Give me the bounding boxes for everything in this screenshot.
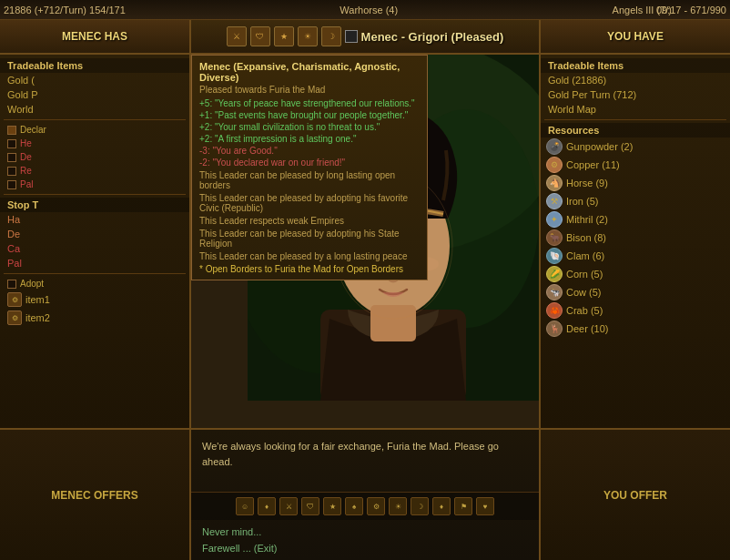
tooltip-note-1: This Leader can be pleased by adopting h…: [199, 193, 420, 213]
stop-ca-label: Ca: [7, 243, 20, 254]
checkbox-adopt-box: [7, 280, 16, 289]
bottom-section: MENEC OFFERS We're always looking for a …: [0, 428, 730, 560]
leader-tooltip: Menec (Expansive, Charismatic, Agnostic,…: [191, 55, 428, 280]
res-deer[interactable]: 🦌 Deer (10): [541, 320, 730, 338]
left-goldpt-label: Gold P: [7, 89, 38, 100]
top-bar-stats: 21886 (+712/Turn) 154/171: [4, 5, 126, 15]
top-bar-clock: 09:17 - 671/990: [656, 5, 726, 15]
left-goldpt-item[interactable]: Gold P: [0, 87, 189, 102]
checkbox-re[interactable]: Re: [0, 164, 189, 178]
clam-icon: 🐚: [546, 248, 563, 264]
res-clam[interactable]: 🐚 Clam (6): [541, 247, 730, 265]
stop-trading-section: Stop T: [0, 198, 189, 212]
line-val-0: +5:: [199, 98, 215, 108]
res-horse-label: Horse (9): [566, 178, 608, 188]
stop-ca-item[interactable]: Ca: [0, 241, 189, 256]
stop-ha-item[interactable]: Ha: [0, 212, 189, 227]
adopt-item-1[interactable]: ⚙ item1: [0, 290, 189, 309]
you-have-label: YOU HAVE: [607, 30, 664, 43]
horse-icon: 🐴: [546, 175, 563, 191]
checkbox-de[interactable]: De: [0, 150, 189, 164]
res-copper[interactable]: ⚙ Copper (11): [541, 156, 730, 174]
icon-7: ⚙: [367, 497, 385, 515]
dialogue-box: We're always looking for a fair exchange…: [191, 430, 539, 493]
checkbox-pal[interactable]: Pal: [0, 178, 189, 191]
icon-9: ☽: [411, 497, 429, 515]
res-mithril[interactable]: ✦ Mithril (2): [541, 210, 730, 229]
res-cow[interactable]: 🐄 Cow (5): [541, 283, 730, 301]
tooltip-line-1: +1: "Past events have brought our people…: [199, 110, 420, 120]
color-swatch: [345, 30, 358, 43]
res-corn[interactable]: 🌽 Corn (5): [541, 265, 730, 283]
res-bison-label: Bison (8): [566, 232, 606, 243]
icon-10: ♦: [432, 497, 451, 515]
line-val-4: -3:: [199, 146, 212, 156]
tooltip-line-3: +2: "A first impression is a lasting one…: [199, 134, 420, 144]
res-horse[interactable]: 🐴 Horse (9): [541, 174, 730, 192]
adopt-label-2: item2: [25, 312, 50, 323]
res-gunpowder[interactable]: 💣 Gunpowder (2): [541, 137, 730, 156]
checkbox-re-box: [7, 167, 16, 176]
copper-icon: ⚙: [546, 157, 563, 173]
option-never-mind[interactable]: Never mind...: [198, 525, 532, 538]
civ-icon-3: ☀: [298, 26, 318, 46]
right-divider: [544, 119, 726, 120]
res-iron[interactable]: ⚒ Iron (5): [541, 192, 730, 210]
icon-4: 🛡: [301, 497, 319, 515]
stop-ha-label: Ha: [7, 214, 20, 225]
checkbox-declar[interactable]: Declar: [0, 123, 189, 137]
tooltip-line-2: +2: "Your small civilization is no threa…: [199, 122, 420, 132]
iron-icon: ⚒: [546, 193, 563, 209]
dialogue-title: Menec - Grigori (Pleased): [361, 30, 504, 44]
adopt-icon-2: ⚙: [7, 311, 22, 325]
icon-12: ♥: [476, 497, 494, 515]
bison-icon: 🐂: [546, 229, 563, 246]
line-val-2: +2:: [199, 122, 215, 132]
res-cow-label: Cow (5): [566, 287, 602, 298]
bottom-left-panel: MENEC OFFERS: [0, 430, 191, 560]
tooltip-note-5: * Open Borders to Furia the Mad for Open…: [199, 264, 420, 274]
icon-5: ★: [323, 497, 341, 515]
dialogue-text: We're always looking for a fair exchange…: [202, 441, 499, 467]
stop-pal-item[interactable]: Pal: [0, 256, 189, 270]
checkbox-he[interactable]: He: [0, 137, 189, 150]
icon-11: ⚑: [454, 497, 472, 515]
tooltip-leader-name: Menec (Expansive, Charismatic, Agnostic,…: [199, 61, 420, 83]
line-val-5: -2:: [199, 158, 212, 168]
line-text-0: "Years of peace have strengthened our re…: [215, 98, 415, 108]
checkbox-re-label: Re: [20, 166, 32, 176]
right-gold-item[interactable]: Gold (21886): [541, 73, 730, 87]
checkbox-declar-box: [7, 126, 16, 135]
crab-icon: 🦀: [546, 302, 563, 319]
left-world-item[interactable]: World: [0, 102, 189, 117]
stop-de-label: De: [7, 229, 20, 239]
left-world-label: World: [7, 104, 34, 115]
divider-2: [4, 194, 186, 195]
right-world-item[interactable]: World Map: [541, 102, 730, 117]
stop-de-item[interactable]: De: [0, 227, 189, 241]
checkbox-he-label: He: [20, 138, 32, 148]
icon-8: ☀: [389, 497, 407, 515]
checkbox-he-box: [7, 139, 16, 148]
you-offer-label: YOU OFFER: [603, 489, 667, 502]
res-iron-label: Iron (5): [566, 196, 598, 207]
line-text-3: "A first impression is a lasting one.": [215, 134, 357, 144]
checkbox-adopt[interactable]: Adopt: [0, 277, 189, 290]
res-crab[interactable]: 🦀 Crab (5): [541, 301, 730, 320]
center-area: Menec (Expansive, Charismatic, Agnostic,…: [191, 55, 539, 428]
option-farewell[interactable]: Farewell ... (Exit): [198, 542, 532, 555]
checkbox-pal-box: [7, 180, 16, 189]
res-bison[interactable]: 🐂 Bison (8): [541, 229, 730, 247]
tooltip-line-4: -3: "You are Good.": [199, 146, 420, 156]
left-gold-item[interactable]: Gold (: [0, 73, 189, 87]
civ-icon-2: ★: [274, 26, 294, 46]
line-val-1: +1:: [199, 110, 215, 120]
adopt-item-2[interactable]: ⚙ item2: [0, 309, 189, 327]
adopt-icon-1: ⚙: [7, 292, 22, 307]
right-goldpt-item[interactable]: Gold Per Turn (712): [541, 87, 730, 102]
checkbox-adopt-label: Adopt: [20, 279, 44, 289]
left-section-title: Tradeable Items: [0, 58, 189, 73]
line-text-1: "Past events have brought our people tog…: [215, 110, 408, 120]
header-center: ⚔ 🛡 ★ ☀ ☽ Menec - Grigori (Pleased): [191, 20, 539, 53]
header-row: MENEC HAS ⚔ 🛡 ★ ☀ ☽ Menec - Grigori (Ple…: [0, 20, 730, 55]
